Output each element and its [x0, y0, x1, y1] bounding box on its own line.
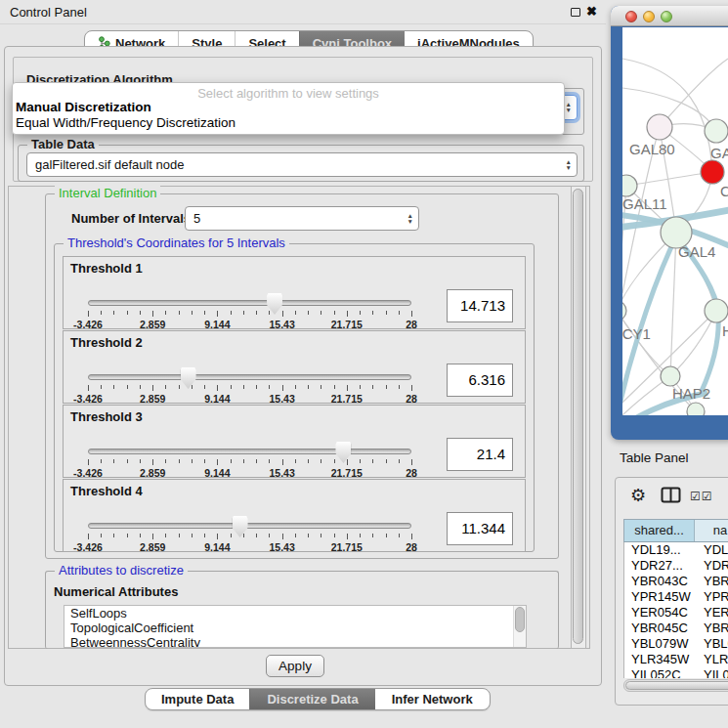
close-traffic-light[interactable] [625, 11, 637, 22]
slider-tick [360, 385, 361, 389]
num-intervals-combobox[interactable]: 5 ▲▼ [185, 206, 419, 231]
slider-tick [127, 311, 128, 315]
table-data-combobox[interactable]: galFiltered.sif default node ▲▼ [26, 152, 578, 177]
table-cell[interactable]: YLR345W [624, 652, 695, 667]
slider-tick [231, 385, 232, 389]
slider-tick [179, 385, 180, 389]
dropdown-item-manual-discretization[interactable]: Manual Discretization [13, 100, 564, 115]
slider-tick [269, 459, 270, 463]
table-row[interactable]: YBR043CYBR0 [624, 574, 728, 589]
table-cell[interactable]: YBR045C [624, 621, 695, 636]
table-cell[interactable]: YIL052C [624, 667, 695, 678]
slider-thumb[interactable] [181, 367, 196, 389]
attribute-list-item[interactable]: TopologicalCoefficient [64, 621, 526, 635]
network-node[interactable] [661, 366, 680, 386]
table-cell[interactable]: YER054C [624, 605, 695, 621]
minimize-traffic-light[interactable] [643, 11, 655, 22]
network-node[interactable] [622, 301, 626, 321]
table-row[interactable]: YBR045CYBR0 [624, 621, 728, 636]
gear-icon[interactable]: ⚙ [630, 485, 646, 506]
slider-tick [295, 311, 296, 315]
slider-tick [192, 385, 193, 389]
tab-discretize-data[interactable]: Discretize Data [249, 689, 374, 709]
threshold-1-label: Threshold 1 [70, 261, 143, 276]
numerical-attributes-list[interactable]: SelfLoopsTopologicalCoefficientBetweenne… [64, 605, 527, 648]
attribute-list-item[interactable]: SelfLoops [64, 606, 526, 621]
network-node[interactable] [622, 175, 637, 196]
slider-tick [360, 459, 361, 463]
table-cell[interactable]: YBL0 [695, 636, 728, 652]
attribute-list-item[interactable]: BetweennessCentrality [64, 635, 526, 648]
slider-track[interactable] [88, 374, 411, 380]
table-cell[interactable]: YDR27... [624, 558, 695, 574]
dropdown-prompt: Select algorithm to view settings [13, 83, 564, 100]
threshold-1-value-field[interactable]: 14.713 [447, 289, 513, 322]
column-header-name[interactable]: na [695, 520, 728, 541]
network-node-label: GCY1 [622, 325, 651, 342]
hscrollbar-thumb[interactable] [625, 681, 728, 690]
table-cell[interactable]: YLR3 [695, 652, 728, 667]
table-cell[interactable]: YBR0 [695, 621, 728, 636]
slider-tick [127, 459, 128, 463]
slider-thumb[interactable] [335, 442, 351, 463]
network-canvas[interactable]: GAL80GAL1CGAL11GAL4GCY1HHAP2 [622, 27, 728, 415]
apply-button[interactable]: Apply [266, 655, 324, 677]
scrollbar-thumb[interactable] [573, 189, 583, 644]
zoom-traffic-light[interactable] [661, 11, 672, 22]
split-view-icon[interactable] [661, 487, 681, 507]
slider-tick [282, 534, 283, 539]
table-cell[interactable]: YDR2 [695, 558, 728, 574]
table-data-combo-value: galFiltered.sif default node [35, 157, 184, 172]
table-cell[interactable]: YBR0 [695, 574, 728, 589]
table-cell[interactable]: YER0 [695, 605, 728, 621]
network-node[interactable] [705, 299, 728, 322]
float-window-icon[interactable] [571, 8, 580, 17]
threshold-3-value-field[interactable]: 21.4 [447, 438, 513, 471]
threshold-2-value-field[interactable]: 6.316 [447, 364, 513, 397]
attributes-groupbox: Attributes to discretize Numerical Attri… [45, 571, 559, 649]
close-icon[interactable]: ✖ [586, 4, 597, 19]
network-edge [660, 59, 728, 127]
checkbox-pair-icon[interactable]: ☑☑ [690, 490, 713, 503]
tab-impute-data[interactable]: Impute Data [146, 689, 249, 709]
slider-track[interactable] [88, 523, 411, 529]
network-node[interactable] [647, 114, 672, 140]
table-body[interactable]: YDL19...YDL1YDR27...YDR2YBR043CYBR0YPR14… [623, 542, 728, 678]
table-cell[interactable]: YIL0 [695, 667, 728, 678]
table-cell[interactable]: YBL079W [624, 636, 695, 652]
threshold-4-value-field[interactable]: 11.344 [447, 512, 513, 545]
table-row[interactable]: YER054CYER0 [624, 605, 728, 621]
slider-tick [127, 534, 128, 537]
table-row[interactable]: YBL079WYBL0 [624, 636, 728, 652]
slider-tick [88, 311, 89, 317]
list-scrollbar-thumb[interactable] [515, 607, 525, 632]
slider-tick [101, 534, 102, 537]
slider-tick [347, 534, 348, 539]
table-horizontal-scrollbar[interactable] [623, 679, 728, 692]
tab-infer-network[interactable]: Infer Network [375, 689, 490, 709]
dropdown-item-equal-width-frequency[interactable]: Equal Width/Frequency Discretization [13, 115, 564, 131]
table-cell[interactable]: YPR1 [695, 589, 728, 605]
column-header-shared[interactable]: shared... [624, 520, 695, 541]
network-node[interactable] [705, 119, 728, 143]
slider-tick-label: 2.859 [140, 467, 165, 479]
table-cell[interactable]: YPR145W [624, 589, 695, 605]
table-row[interactable]: YLR345WYLR3 [624, 652, 728, 667]
table-cell[interactable]: YDL19... [624, 542, 695, 558]
vertical-scrollbar[interactable] [571, 186, 586, 649]
table-row[interactable]: YPR145WYPR1 [624, 589, 728, 605]
network-node[interactable] [701, 160, 724, 184]
table-row[interactable]: YDL19...YDL1 [624, 542, 728, 558]
table-cell[interactable]: YBR043C [624, 574, 695, 589]
list-scrollbar[interactable] [513, 606, 526, 647]
network-node[interactable] [687, 403, 705, 415]
slider-thumb[interactable] [233, 516, 248, 537]
table-row[interactable]: YIL052CYIL0 [624, 667, 728, 678]
slider-track[interactable] [88, 449, 411, 454]
slider-track[interactable] [88, 300, 411, 306]
slider-tick-label: 21.715 [331, 541, 363, 553]
table-row[interactable]: YDR27...YDR2 [624, 558, 728, 574]
slider-tick [321, 459, 321, 463]
table-cell[interactable]: YDL1 [695, 542, 728, 558]
slider-tick [165, 459, 166, 463]
